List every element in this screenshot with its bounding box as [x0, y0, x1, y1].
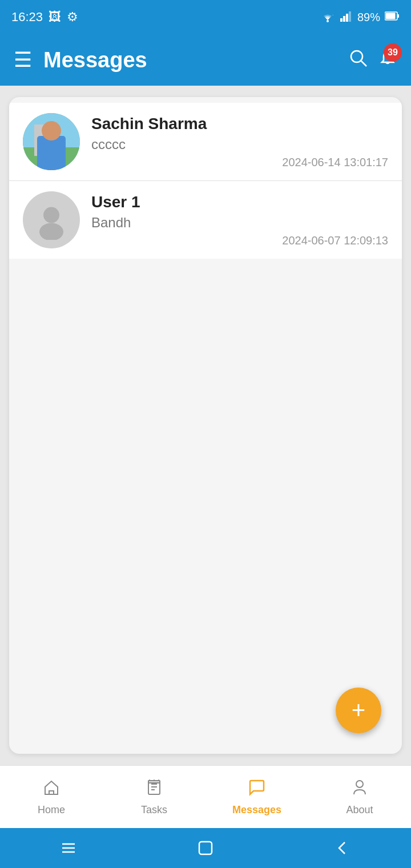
notification-button[interactable]: 39: [378, 48, 397, 72]
conversation-list: Sachin Sharma ccccc 2024-06-14 13:01:17 …: [9, 97, 402, 264]
svg-point-27: [356, 781, 363, 787]
messages-icon: [248, 778, 266, 801]
svg-rect-8: [397, 14, 399, 18]
conversation-item[interactable]: User 1 Bandh 2024-06-07 12:09:13: [9, 181, 402, 259]
conversation-info: User 1 Bandh 2024-06-07 12:09:13: [91, 193, 388, 247]
svg-rect-13: [23, 147, 80, 170]
messages-label: Messages: [232, 804, 281, 816]
status-bar: 16:23 🖼 ⚙ . 89%: [0, 0, 411, 34]
conversation-time: 2024-06-07 12:09:13: [91, 234, 388, 247]
status-time: 16:23: [11, 10, 43, 25]
svg-point-9: [351, 51, 362, 62]
compose-fab[interactable]: +: [336, 688, 381, 733]
svg-rect-4: [346, 14, 348, 22]
status-right: . 89%: [320, 10, 400, 25]
svg-point-16: [50, 142, 59, 151]
svg-rect-3: [343, 16, 345, 22]
system-nav-bar: [0, 828, 411, 868]
notification-badge: 39: [384, 43, 402, 62]
tasks-icon: [145, 778, 163, 801]
svg-point-0: [327, 20, 329, 22]
about-icon: [350, 778, 369, 801]
conversation-name: Sachin Sharma: [91, 115, 388, 133]
menu-button[interactable]: ☰: [14, 48, 32, 72]
home-button[interactable]: [188, 837, 223, 859]
app-bar-actions: 39: [348, 48, 397, 72]
svg-point-15: [49, 147, 60, 161]
conversation-name: User 1: [91, 193, 388, 211]
home-icon: [42, 778, 61, 801]
app-bar-title: Messages: [43, 48, 337, 73]
conversation-preview: ccccc: [91, 136, 388, 152]
conversation-info: Sachin Sharma ccccc 2024-06-14 13:01:17: [91, 115, 388, 169]
svg-rect-17: [50, 159, 54, 166]
nav-item-messages[interactable]: Messages: [206, 766, 308, 828]
back-button[interactable]: [325, 837, 360, 859]
svg-point-19: [43, 207, 59, 223]
svg-rect-18: [55, 159, 58, 166]
about-label: About: [346, 804, 373, 816]
status-left: 16:23 🖼 ⚙: [11, 10, 78, 25]
messages-card: Sachin Sharma ccccc 2024-06-14 13:01:17 …: [9, 97, 402, 754]
avatar: [23, 113, 80, 170]
tasks-label: Tasks: [141, 804, 167, 816]
bottom-nav: Home Tasks Messages: [0, 765, 411, 828]
nav-item-tasks[interactable]: Tasks: [103, 766, 206, 828]
svg-text:.: .: [332, 11, 333, 17]
main-content: Sachin Sharma ccccc 2024-06-14 13:01:17 …: [0, 86, 411, 765]
photo-icon: 🖼: [49, 10, 61, 25]
svg-rect-5: [349, 11, 351, 22]
svg-rect-26: [148, 781, 160, 783]
svg-rect-31: [199, 842, 212, 854]
conversation-item[interactable]: Sachin Sharma ccccc 2024-06-14 13:01:17: [9, 103, 402, 181]
signal-icon: [340, 10, 353, 25]
search-button[interactable]: [348, 48, 368, 72]
home-label: Home: [38, 804, 65, 816]
svg-rect-2: [340, 18, 342, 22]
recents-button[interactable]: [51, 837, 86, 859]
plus-icon: +: [352, 698, 366, 722]
settings-icon: ⚙: [67, 10, 78, 25]
conversation-preview: Bandh: [91, 215, 388, 231]
nav-item-home[interactable]: Home: [0, 766, 103, 828]
nav-item-about[interactable]: About: [308, 766, 411, 828]
svg-line-10: [361, 61, 366, 66]
svg-rect-7: [386, 13, 396, 19]
battery-icon: [385, 11, 400, 24]
svg-point-20: [39, 223, 63, 240]
svg-rect-21: [49, 791, 54, 794]
battery-percentage: 89%: [357, 11, 380, 24]
app-bar: ☰ Messages 39: [0, 34, 411, 86]
avatar: [23, 191, 80, 248]
svg-rect-14: [34, 124, 54, 156]
wifi-icon: .: [320, 10, 336, 25]
conversation-time: 2024-06-14 13:01:17: [91, 156, 388, 169]
